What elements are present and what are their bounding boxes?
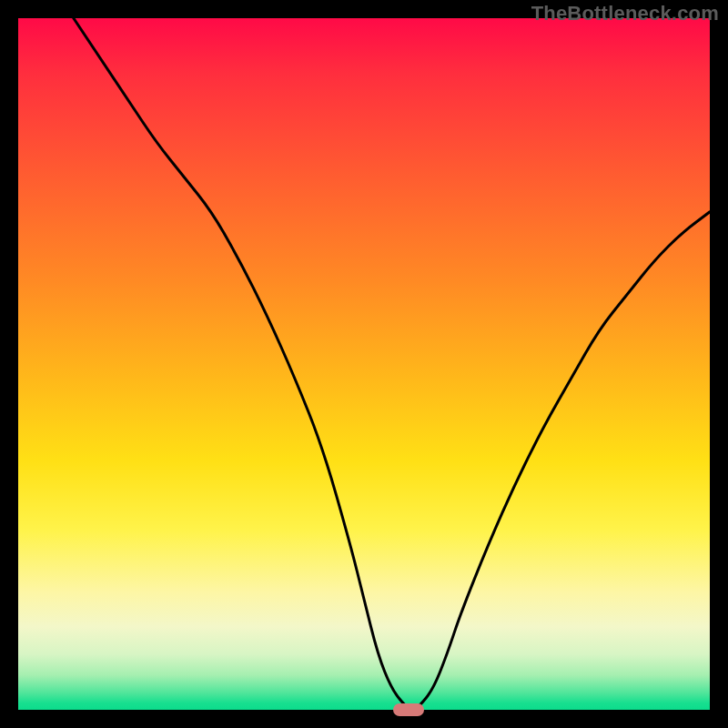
bottleneck-curve-svg [18,18,710,710]
chart-frame: TheBottleneck.com [0,0,728,728]
plot-area [18,18,710,710]
optimal-point-marker [393,703,424,716]
bottleneck-curve-path [74,18,710,709]
watermark-label: TheBottleneck.com [531,2,719,25]
